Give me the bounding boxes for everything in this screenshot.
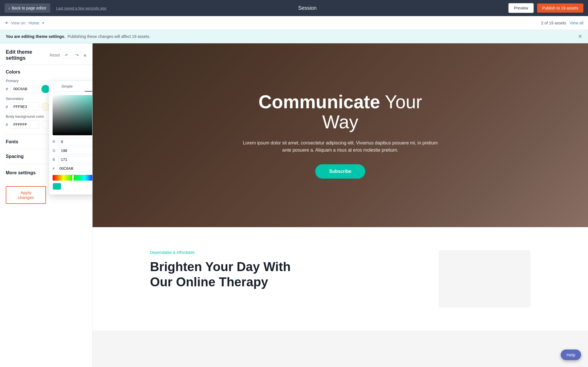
hex-row: # <box>53 165 93 172</box>
asset-count: 2 of 19 assets <box>541 21 566 25</box>
more-settings-label: More settings <box>6 170 36 175</box>
redo-button[interactable]: ↷ <box>73 52 81 59</box>
sidebar-header: Edit theme settings Reset ↶ ↷ « <box>0 43 92 65</box>
section2-title: Brighten Your Day With Our Online Therap… <box>150 259 421 290</box>
app-title: Session <box>298 5 317 11</box>
collapse-sidebar-button[interactable]: « <box>84 52 87 58</box>
sidebar-title: Edit theme settings <box>6 49 49 61</box>
section2-left: Dependable & Affordable Brighten Your Da… <box>150 250 421 290</box>
hero-cta-button[interactable]: Subscribe <box>315 164 365 179</box>
banner-text: You are editing theme settings. Publishi… <box>6 34 150 39</box>
hex-label: # <box>53 167 55 171</box>
view-all-link[interactable]: View all <box>570 21 583 25</box>
color-spectrum-slider[interactable] <box>53 175 93 181</box>
g-input[interactable] <box>58 147 93 154</box>
body-bg-color-input[interactable] <box>10 120 39 129</box>
r-input[interactable] <box>58 138 93 145</box>
body-bg-color-swatch[interactable] <box>41 121 49 129</box>
apply-changes-button[interactable]: Apply changes <box>6 186 46 204</box>
section2-title-line2: Our Online Therapy <box>150 275 268 289</box>
page-preview-area: Communicate Your Way Lorem ipsum dolor s… <box>93 43 588 367</box>
banner-heading: You are editing theme settings. <box>6 34 65 39</box>
hero-content: Communicate Your Way Lorem ipsum dolor s… <box>240 92 441 179</box>
primary-color-swatch[interactable] <box>41 85 49 93</box>
color-picker-popup: Simple Advanced R G <box>49 81 93 195</box>
secondary-color-input[interactable] <box>10 103 39 111</box>
spectrum-cursor <box>72 174 74 181</box>
picker-tabs: Simple Advanced <box>49 81 93 92</box>
top-navigation: ‹ Back to page editor Last saved a few s… <box>0 0 588 16</box>
sub-nav-right: 2 of 19 assets View all <box>541 21 583 25</box>
eye-icon: 👁 <box>5 21 9 25</box>
banner-description: Publishing these changes will affect 19 … <box>68 34 150 39</box>
view-on-value[interactable]: Home <box>28 21 39 25</box>
hero-section: Communicate Your Way Lorem ipsum dolor s… <box>93 43 588 227</box>
spacing-label: Spacing <box>6 154 24 159</box>
primary-color-input[interactable] <box>10 85 39 93</box>
section2-image-placeholder <box>439 250 531 308</box>
hero-title-bold: Communicate <box>258 92 380 112</box>
chevron-left-icon: ‹ <box>9 6 10 10</box>
hash-symbol-primary: # <box>6 87 8 91</box>
reset-button[interactable]: Reset <box>49 53 60 57</box>
r-row: R <box>53 138 93 145</box>
b-input[interactable] <box>58 156 93 163</box>
hash-symbol-body-bg: # <box>6 122 8 127</box>
top-nav-right: Preview Publish to 19 assets <box>508 3 583 13</box>
help-button[interactable]: Help <box>561 349 581 360</box>
view-on-chevron-icon[interactable]: ▼ <box>42 21 45 25</box>
sub-navigation: 👁 View on: Home ▼ 2 of 19 assets View al… <box>0 16 588 30</box>
rgb-inputs: R G B # <box>53 138 93 172</box>
sub-nav-left: 👁 View on: Home ▼ <box>5 21 45 25</box>
color-gradient-canvas[interactable] <box>53 95 93 135</box>
hero-subtitle: Lorem ipsum dolor sit amet, consectetur … <box>240 139 441 154</box>
b-row: B <box>53 156 93 163</box>
fonts-label: Fonts <box>6 139 18 144</box>
banner-close-button[interactable]: ✕ <box>578 33 582 40</box>
g-row: G <box>53 147 93 154</box>
top-nav-left: ‹ Back to page editor Last saved a few s… <box>5 3 106 13</box>
sidebar-header-actions: Reset ↶ ↷ « <box>49 52 87 59</box>
section2-tag: Dependable & Affordable <box>150 250 421 255</box>
section2: Dependable & Affordable Brighten Your Da… <box>93 227 588 331</box>
back-to-page-editor-button[interactable]: ‹ Back to page editor <box>5 3 50 13</box>
g-label: G <box>53 149 56 153</box>
hex-input[interactable] <box>57 165 93 172</box>
secondary-color-swatch[interactable] <box>41 103 49 111</box>
r-label: R <box>53 140 56 144</box>
hash-symbol-secondary: # <box>6 105 8 109</box>
theme-settings-sidebar: Edit theme settings Reset ↶ ↷ « Colors P… <box>0 43 93 367</box>
main-layout: Edit theme settings Reset ↶ ↷ « Colors P… <box>0 43 588 367</box>
view-on-label: View on: <box>11 21 26 25</box>
editing-banner: You are editing theme settings. Publishi… <box>0 30 588 43</box>
last-saved-text[interactable]: Last saved a few seconds ago <box>56 6 106 10</box>
preview-button[interactable]: Preview <box>508 3 534 13</box>
b-label: B <box>53 158 56 162</box>
back-button-label: Back to page editor <box>12 6 47 10</box>
hero-title: Communicate Your Way <box>240 92 441 132</box>
teal-color-swatch[interactable] <box>53 183 61 190</box>
picker-body: R G B # <box>49 92 93 194</box>
section2-title-line1: Brighten Your Day With <box>150 260 291 274</box>
simple-tab[interactable]: Simple <box>49 81 85 91</box>
undo-button[interactable]: ↶ <box>62 52 71 59</box>
colors-section-title: Colors <box>6 69 87 75</box>
advanced-tab[interactable]: Advanced <box>85 81 93 92</box>
publish-button[interactable]: Publish to 19 assets <box>537 3 583 13</box>
